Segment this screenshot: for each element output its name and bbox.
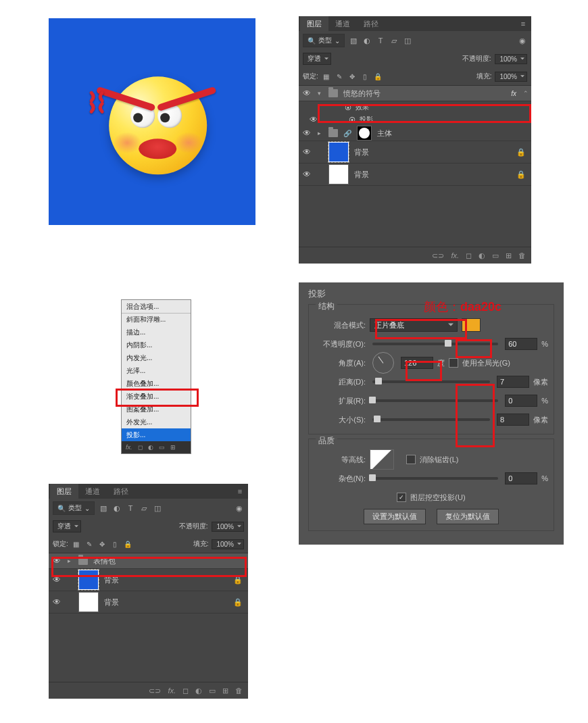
tab-paths[interactable]: 路径 <box>107 484 135 499</box>
disclosure-icon[interactable]: ▸ <box>318 130 323 136</box>
fx-disclosure-icon[interactable]: ⌃ <box>523 90 529 97</box>
layer-thumb[interactable] <box>328 164 349 184</box>
ctx-item[interactable]: 渐变叠加... <box>122 390 191 403</box>
angle-dial[interactable] <box>372 352 394 374</box>
noise-input[interactable] <box>505 472 537 484</box>
filter-adjust-icon[interactable]: ◐ <box>362 36 372 45</box>
lock-move-icon[interactable]: ✥ <box>97 539 107 549</box>
filter-type-select[interactable]: 🔍 类型 ⌄ <box>303 34 345 47</box>
layer-name[interactable]: 背景 <box>354 170 511 180</box>
layer-name[interactable]: 背景 <box>354 147 511 157</box>
distance-input[interactable] <box>497 376 529 388</box>
disclosure-icon[interactable]: ▸ <box>68 557 73 564</box>
layer-name[interactable]: 表情包 <box>93 556 245 566</box>
blend-mode-select[interactable]: 穿透 <box>53 520 81 532</box>
panel-menu-icon[interactable]: ≡ <box>232 487 248 495</box>
visibility-icon[interactable]: 👁 <box>301 170 312 179</box>
tab-channels[interactable]: 通道 <box>328 16 357 32</box>
angle-input[interactable] <box>401 357 433 369</box>
group-icon[interactable]: ▭ <box>492 251 499 260</box>
ctx-item[interactable]: 图案叠加... <box>122 403 191 416</box>
ctx-item[interactable]: 描边... <box>122 326 191 339</box>
disclosure-icon[interactable]: ▾ <box>318 90 323 97</box>
filter-image-icon[interactable]: ▧ <box>99 503 108 513</box>
tab-channels[interactable]: 通道 <box>78 484 107 499</box>
layer-bg-white[interactable]: 👁 背景 🔒 <box>299 164 531 186</box>
blend-mode-select[interactable]: 穿透 <box>303 53 331 65</box>
group-icon[interactable]: ▭ <box>209 687 216 695</box>
visibility-icon[interactable]: 👁 <box>301 89 312 98</box>
ctx-item[interactable]: 光泽... <box>122 364 191 377</box>
spread-slider[interactable] <box>372 399 498 402</box>
adjust-icon[interactable]: ◐ <box>195 687 202 695</box>
visibility-icon[interactable]: 👁 <box>51 575 62 584</box>
trash-icon[interactable]: 🗑 <box>518 251 526 259</box>
link-icon[interactable]: ⊂⊃ <box>432 251 444 260</box>
fx-icon[interactable]: fx. <box>451 251 459 259</box>
link-icon[interactable]: ⊂⊃ <box>149 687 161 695</box>
opacity-slider[interactable] <box>372 343 498 345</box>
tab-layers[interactable]: 图层 <box>300 16 328 32</box>
opacity-input[interactable] <box>505 338 537 350</box>
lock-pixels-icon[interactable]: ▦ <box>322 72 331 81</box>
set-default-button[interactable]: 设置为默认值 <box>364 509 426 524</box>
ctx-item[interactable]: 内发光... <box>122 351 191 364</box>
adjust-icon[interactable]: ◐ <box>479 251 485 260</box>
size-input[interactable] <box>497 414 529 426</box>
filter-type-icon[interactable]: T <box>376 36 385 45</box>
ctx-item[interactable]: 颜色叠加... <box>122 377 191 390</box>
lock-all-icon[interactable]: 🔒 <box>123 539 132 549</box>
lock-move-icon[interactable]: ✥ <box>347 72 357 81</box>
global-light-checkbox[interactable] <box>449 358 458 368</box>
spread-input[interactable] <box>505 395 537 407</box>
ctx-item[interactable]: 外发光... <box>122 416 191 428</box>
lock-artboard-icon[interactable]: ▯ <box>360 72 370 81</box>
layer-bg-blue[interactable]: 👁 背景 🔒 <box>299 141 531 164</box>
size-slider[interactable] <box>372 418 490 421</box>
layer-thumb[interactable] <box>78 570 99 590</box>
layer-group-body[interactable]: 👁 ▸ 🔗 主体 <box>299 126 531 141</box>
lock-brush-icon[interactable]: ✎ <box>335 72 344 81</box>
filter-shape-icon[interactable]: ▱ <box>139 503 149 513</box>
effect-drop-shadow[interactable]: 👁 ⦿投影 <box>299 114 531 126</box>
fx-badge[interactable]: fx <box>511 90 516 97</box>
lock-brush-icon[interactable]: ✎ <box>84 539 94 549</box>
tab-layers[interactable]: 图层 <box>50 484 78 499</box>
layer-name[interactable]: 愤怒的符号 <box>343 89 506 99</box>
visibility-icon[interactable]: 👁 <box>301 147 312 157</box>
filter-toggle-icon[interactable]: ◉ <box>518 36 527 45</box>
lock-pixels-icon[interactable]: ▦ <box>72 539 81 549</box>
layer-thumb[interactable] <box>78 592 99 612</box>
knockout-checkbox[interactable] <box>397 493 406 502</box>
ctx-item[interactable]: 混合选项... <box>122 300 191 313</box>
ctx-item[interactable]: 斜面和浮雕... <box>122 313 191 326</box>
mask-icon[interactable]: ◻ <box>182 687 189 695</box>
mask-thumb[interactable] <box>357 126 372 141</box>
contour-picker[interactable] <box>370 449 394 470</box>
lock-all-icon[interactable]: 🔒 <box>373 72 383 81</box>
layer-bg-blue[interactable]: 👁 背景 🔒 <box>49 569 248 591</box>
layer-group-emoji-pack[interactable]: 👁 ▸ 表情包 <box>49 553 248 569</box>
filter-shape-icon[interactable]: ▱ <box>389 36 399 45</box>
filter-image-icon[interactable]: ▧ <box>349 36 358 45</box>
visibility-icon[interactable]: 👁 <box>51 556 62 566</box>
distance-slider[interactable] <box>372 380 490 383</box>
layer-thumb[interactable] <box>328 142 349 162</box>
ctx-item-drop-shadow[interactable]: 投影... <box>122 428 191 441</box>
layer-bg-white[interactable]: 👁 背景 🔒 <box>49 591 248 614</box>
lock-artboard-icon[interactable]: ▯ <box>110 539 120 549</box>
opacity-input[interactable]: 100% <box>212 522 244 532</box>
filter-type-icon[interactable]: T <box>126 503 135 513</box>
shadow-color-swatch[interactable] <box>462 318 481 332</box>
panel-menu-icon[interactable]: ≡ <box>515 20 531 28</box>
filter-type-select[interactable]: 🔍 类型 ⌄ <box>53 501 95 515</box>
blend-mode-select[interactable]: 正片叠底 <box>370 318 458 332</box>
layer-name[interactable]: 背景 <box>104 575 228 585</box>
layer-name[interactable]: 主体 <box>377 128 529 139</box>
filter-smart-icon[interactable]: ◫ <box>403 36 412 45</box>
filter-smart-icon[interactable]: ◫ <box>153 503 162 513</box>
opacity-input[interactable]: 100% <box>495 54 527 64</box>
fx-icon[interactable]: fx. <box>168 687 176 695</box>
filter-adjust-icon[interactable]: ◐ <box>112 503 122 513</box>
new-layer-icon[interactable]: ⊞ <box>222 687 228 695</box>
